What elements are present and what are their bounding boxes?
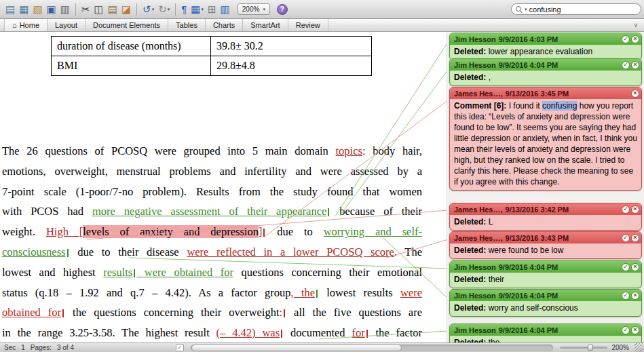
commented-text: levels of anxiety and depression (83, 225, 259, 238)
search-box[interactable]: ▾ (511, 3, 641, 15)
balloon-text: I found it (509, 101, 542, 111)
help-button[interactable]: ? (277, 4, 288, 15)
reject-change-button[interactable]: × (631, 61, 639, 69)
zoom-slider-thumb[interactable] (588, 345, 593, 351)
deletion-balloon[interactable]: Jim Hesson9/9/2016 4:04 PM✓×Deleted: the… (449, 260, 642, 288)
pages-value: 3 of 4 (57, 344, 74, 351)
text-line[interactable]: with PCOS had more negative assessment o… (2, 201, 422, 222)
deletion-balloon[interactable]: Jim Hesson9/9/2016 4:04 PM✓×Deleted: wor… (449, 289, 642, 317)
copy-icon: ◫ (94, 4, 104, 14)
copy-button[interactable]: ◫ (92, 2, 106, 17)
deletion-balloon[interactable]: James Hes…,9/13/2016 3:42 PM✓×Deleted: L (449, 203, 642, 231)
text-line[interactable]: lowest and highest results were obtained… (2, 262, 422, 283)
tab-home[interactable]: ⌂Home (4, 19, 48, 31)
accept-change-button[interactable]: ✓ (622, 292, 630, 300)
cut-button[interactable]: ✂ (79, 2, 92, 17)
deletion-balloon[interactable]: Jim Hesson9/9/2016 4:04 PM✓×Deleted: the (449, 324, 642, 343)
accept-change-button[interactable]: ✓ (622, 234, 630, 242)
text-line[interactable]: 7-point scale (1-poor/7-no problem). Res… (2, 182, 422, 202)
search-match-highlight: confusing (542, 101, 577, 111)
document-page[interactable]: duration of disease (months)39.8± 30.2BM… (0, 33, 447, 343)
balloon-buttons: ✓× (622, 206, 639, 214)
accept-change-button[interactable]: ✓ (622, 61, 630, 69)
accept-change-button[interactable]: ✓ (622, 35, 630, 43)
zoom-select[interactable]: 200% ▾ (238, 3, 270, 15)
reject-change-button[interactable]: × (631, 35, 639, 43)
accept-change-button[interactable]: ✓ (622, 206, 630, 214)
reject-change-button[interactable]: × (631, 292, 639, 300)
balloon-timestamp: 9/13/2016 3:45 PM (506, 90, 569, 98)
columns-icon: ▥ (221, 4, 230, 14)
text-line[interactable]: consciousness due to their disease were … (2, 242, 422, 262)
resize-grip[interactable] (634, 343, 643, 352)
text-segment: , the (291, 286, 316, 299)
tab-charts[interactable]: Charts (206, 19, 243, 31)
view-options-icon: ▦ (191, 4, 200, 14)
ribbon-tabs: ⌂HomeLayoutDocument ElementsTablesCharts… (0, 19, 328, 31)
balloon-header: Jim Hesson9/9/2016 4:04 PM✓× (450, 324, 641, 336)
horizontal-scrollbar-thumb[interactable] (191, 345, 402, 351)
show-paragraph-marks-button[interactable]: ¶ (179, 2, 189, 17)
chevron-down-icon: ▾ (263, 7, 265, 12)
reject-change-button[interactable]: × (631, 206, 639, 214)
reject-change-button[interactable]: × (631, 263, 639, 271)
balloon-text: Deleted: (454, 47, 489, 56)
tab-review[interactable]: Review (288, 19, 328, 31)
tab-tables[interactable]: Tables (168, 19, 206, 31)
view-options-button[interactable]: ▦▾ (189, 2, 206, 17)
gallery-button[interactable]: ▦ (17, 2, 31, 17)
deletion-balloon[interactable]: Jim Hesson9/9/2016 4:03 PM✓×Deleted: low… (449, 33, 642, 60)
search-input[interactable] (529, 5, 637, 14)
show-ruler-button[interactable]: ⊞ (206, 2, 219, 17)
table-cell[interactable]: duration of disease (months) (52, 37, 211, 56)
open-button[interactable]: ▧ (31, 2, 44, 17)
search-icon (516, 6, 523, 13)
new-document-button[interactable]: ▤ (3, 2, 17, 17)
deletion-balloon[interactable]: Jim Hesson9/9/2016 4:04 PM✓×Deleted: , (449, 58, 642, 86)
redo-button[interactable]: ↻▾ (156, 2, 172, 17)
table-cell[interactable]: 29.8±4.8 (211, 56, 372, 76)
text-line[interactable]: weight. High [levels of anxiety and depr… (2, 222, 422, 242)
reject-change-button[interactable]: × (631, 90, 639, 98)
comment-balloon[interactable]: James Hes…,9/13/2016 3:45 PM×Comment [6]… (449, 87, 642, 191)
print-button[interactable]: ▥ (58, 2, 72, 17)
revision-mark (67, 249, 69, 257)
save-button[interactable]: ▣ (45, 2, 58, 17)
tab-label: Layout (55, 21, 77, 29)
paste-button[interactable]: ▤ (106, 2, 119, 17)
balloon-text: Deleted: (454, 338, 489, 343)
reject-change-button[interactable]: × (631, 326, 639, 334)
tab-layout[interactable]: Layout (48, 19, 86, 31)
tab-document-elements[interactable]: Document Elements (86, 19, 168, 31)
paragraph[interactable]: The 26 questions of PCOSQ were grouped i… (2, 141, 422, 343)
columns-button[interactable]: ▥ (219, 2, 232, 17)
horizontal-scrollbar (191, 345, 553, 351)
accept-change-button[interactable]: ✓ (622, 326, 630, 334)
zoom-slider[interactable] (560, 347, 607, 349)
collapse-ribbon-button[interactable]: ∨ (627, 19, 644, 31)
accept-change-button[interactable]: ✓ (622, 263, 630, 271)
text-line[interactable]: emotions, overweight, menstrual problems… (2, 161, 422, 182)
text-segment: with PCOS had (2, 205, 92, 218)
text-line[interactable]: obtained for the questions concerning th… (2, 302, 422, 323)
text-line[interactable]: in the range 3.25-3.58. The highest resu… (2, 323, 422, 343)
tab-label: Home (20, 21, 39, 29)
tab-smartart[interactable]: SmartArt (243, 19, 288, 31)
deletion-balloon[interactable]: James Hes…,9/13/2016 3:43 PM✓×Deleted: w… (449, 231, 642, 259)
balloon-body: Deleted: lower appearance evaluation (450, 45, 641, 60)
format-painter-button[interactable]: ◪ (119, 2, 133, 17)
reject-change-button[interactable]: × (631, 234, 639, 242)
tab-label: Review (296, 21, 320, 29)
balloon-timestamp: 9/13/2016 3:43 PM (506, 234, 569, 242)
balloon-text: how you report this idea: “Levels of anx… (454, 101, 637, 187)
text-segment: were obtained for (136, 266, 233, 279)
table-cell[interactable]: 39.8± 30.2 (211, 37, 372, 56)
table-cell[interactable]: BMI (52, 56, 211, 76)
text-line[interactable]: status (q.18 – 1.92 and q.7 – 4.42). As … (2, 283, 422, 303)
section-value: 1 (21, 344, 25, 351)
text-line[interactable]: The 26 questions of PCOSQ were grouped i… (2, 141, 422, 161)
undo-button[interactable]: ↺▾ (140, 2, 156, 17)
show-ruler-icon: ⊞ (208, 4, 216, 14)
text-segment: : (279, 306, 282, 319)
balloon-text: , (489, 73, 491, 82)
